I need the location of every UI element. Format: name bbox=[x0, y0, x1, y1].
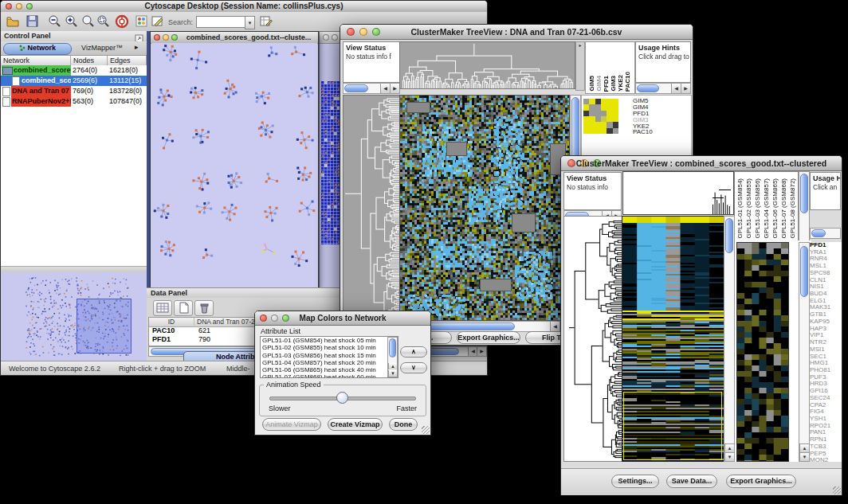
attribute-list[interactable]: GPL51-01 (GSM854) heat shock 05 minGPL51… bbox=[260, 336, 398, 378]
help-lifesaver-icon[interactable] bbox=[115, 14, 129, 29]
search-dropdown-icon[interactable]: ▾ bbox=[245, 16, 255, 29]
scroll-down-icon[interactable]: ▼ bbox=[388, 370, 397, 377]
animate-vizmap-button[interactable]: Animate Vizmap bbox=[262, 418, 321, 431]
attribute-list-item[interactable]: GPL51-03 (GSM856) heat shock 15 min bbox=[261, 352, 398, 359]
attribute-list-item[interactable]: GPL51-01 (GSM854) heat shock 05 min bbox=[261, 337, 398, 344]
gene-label[interactable]: MON2 bbox=[810, 457, 842, 462]
scroll-right-icon[interactable]: ▶ bbox=[681, 84, 690, 93]
scroll-left-icon[interactable]: ◀ bbox=[671, 84, 681, 93]
network-row-combined-scores[interactable]: combined_scores 2764(0) 16218(0) bbox=[1, 65, 147, 76]
matrix-cell bbox=[607, 128, 612, 134]
move-down-button[interactable]: ∨ bbox=[400, 362, 427, 373]
network-view-title: combined_scores_good.txt--cluste... bbox=[179, 33, 318, 41]
zoom-out-icon[interactable] bbox=[48, 14, 62, 29]
array-labels-scrollbar[interactable] bbox=[799, 171, 810, 241]
open-file-icon[interactable] bbox=[6, 14, 20, 29]
usage-hints-scrollbar[interactable]: ◀ ▶ bbox=[635, 83, 691, 94]
network-row-rnapuber[interactable]: RNAPuberNov2+! 563(0) 107847(0) bbox=[1, 96, 147, 107]
dialog-titlebar[interactable]: Map Colors to Network bbox=[255, 311, 430, 326]
export-graphics-button[interactable]: Export Graphics... bbox=[726, 475, 796, 488]
matrix-cell bbox=[613, 128, 618, 134]
expression-heatmap-canvas[interactable] bbox=[622, 216, 724, 462]
network-row-selected[interactable]: combined_sco 2569(6) 13112(15) bbox=[1, 76, 147, 86]
create-vizmap-button[interactable]: Create Vizmap bbox=[328, 418, 383, 431]
speed-slider-thumb[interactable] bbox=[336, 392, 348, 404]
attribute-list-item[interactable]: GPL51-02 (GSM855) heat shock 10 min bbox=[261, 344, 398, 351]
correlation-matrix[interactable] bbox=[583, 99, 618, 134]
matrix-cell bbox=[613, 99, 618, 104]
settings-button[interactable]: Settings... bbox=[611, 475, 659, 488]
export-graphics-button[interactable]: Export Graphics... bbox=[457, 331, 520, 344]
matrix-cell bbox=[583, 122, 589, 127]
attribute-list-item[interactable]: GPL51-06 (GSM865) heat shock 40 min bbox=[261, 366, 398, 373]
minimize-icon[interactable] bbox=[163, 34, 169, 41]
data-col-id[interactable]: ID bbox=[149, 318, 194, 326]
zoom-fit-icon[interactable] bbox=[96, 14, 111, 29]
tab-vizmapper[interactable]: VizMapper™ bbox=[74, 43, 130, 53]
scroll-down-icon[interactable]: ▼ bbox=[799, 452, 809, 461]
pane-divider[interactable]: ▸ bbox=[575, 41, 585, 91]
row-dendrogram-canvas[interactable] bbox=[343, 95, 400, 321]
scroll-left-icon[interactable]: ◀ bbox=[550, 322, 559, 331]
move-up-button[interactable]: ∧ bbox=[400, 346, 427, 357]
attribute-list-item[interactable]: GPL51-04 (GSM857) heat shock 20 min bbox=[261, 359, 398, 366]
heatmap-vscrollbar[interactable]: ▲ ▼ bbox=[724, 216, 735, 462]
matrix-cell bbox=[613, 111, 618, 116]
zoom-selected-icon[interactable] bbox=[81, 14, 96, 29]
network-canvas[interactable] bbox=[151, 43, 317, 287]
column-dendrogram-canvas[interactable] bbox=[399, 41, 575, 89]
zoom-in-icon[interactable] bbox=[65, 14, 79, 29]
resize-grip[interactable] bbox=[833, 486, 841, 494]
done-button[interactable]: Done bbox=[389, 418, 418, 431]
resize-grip[interactable] bbox=[422, 426, 430, 434]
zoom-window-icon[interactable] bbox=[171, 34, 178, 41]
tab-overflow-icon[interactable]: ▸ bbox=[135, 43, 139, 51]
matrix-cell bbox=[583, 99, 589, 104]
usage-hints-text: Click an bbox=[813, 183, 840, 191]
network-view-window: combined_scores_good.txt--cluste... bbox=[150, 31, 319, 289]
zoom-vscrollbar[interactable]: ▲ ▼ bbox=[799, 242, 810, 462]
col-nodes[interactable]: Nodes bbox=[71, 56, 108, 65]
close-icon[interactable] bbox=[323, 34, 329, 41]
birdseye-viewport-rect[interactable] bbox=[77, 299, 132, 354]
gene-list[interactable]: PFD1YRA1RNR4MSL1SPC98CLN1NIS1BUD4ELG1MAK… bbox=[810, 242, 842, 462]
treeview2-titlebar[interactable]: ClusterMaker TreeView : combined_scores_… bbox=[561, 156, 842, 171]
treeview1-titlebar[interactable]: ClusterMaker TreeView : DNA and Tran 07-… bbox=[340, 25, 693, 40]
close-icon[interactable] bbox=[154, 34, 160, 41]
attribute-table-icon[interactable] bbox=[153, 300, 172, 316]
heatmap-canvas[interactable] bbox=[399, 95, 570, 321]
save-data-button[interactable]: Save Data... bbox=[666, 475, 717, 488]
scroll-down-icon[interactable]: ▼ bbox=[724, 452, 734, 461]
status-welcome: Welcome to Cytoscape 2.6.2 bbox=[9, 365, 100, 373]
delete-attribute-icon[interactable] bbox=[194, 300, 214, 316]
save-icon[interactable] bbox=[26, 14, 40, 29]
scroll-up-icon[interactable]: ▲ bbox=[724, 443, 734, 452]
network-row-dna-tran[interactable]: DNA and Tran 07 769(0) 183728(0) bbox=[1, 86, 147, 96]
column-label: YKE2 bbox=[617, 75, 624, 92]
usage-hints-scrollbar[interactable] bbox=[810, 228, 841, 239]
new-attribute-icon[interactable] bbox=[174, 300, 193, 316]
col-network[interactable]: Network bbox=[1, 56, 71, 65]
column-tree-canvas[interactable] bbox=[622, 171, 734, 215]
search-input[interactable] bbox=[196, 16, 245, 28]
minimize-icon[interactable] bbox=[332, 34, 338, 41]
animation-speed-label: Animation Speed bbox=[264, 381, 324, 389]
scroll-up-icon[interactable]: ▲ bbox=[799, 443, 809, 452]
zoomed-heatmap-canvas[interactable] bbox=[736, 242, 789, 462]
table-edit-icon[interactable] bbox=[259, 14, 273, 29]
scroll-up-icon[interactable]: ▲ bbox=[388, 363, 397, 369]
view-status-scrollbar[interactable]: ◀ ▶ bbox=[343, 83, 400, 94]
tab-network[interactable]: Network bbox=[3, 43, 72, 55]
divider-arrow-icon[interactable]: ▸ bbox=[579, 43, 581, 48]
birdseye-view[interactable] bbox=[1, 272, 147, 361]
attribute-list-scrollbar[interactable]: ▲ ▼ bbox=[387, 337, 398, 377]
vizmapper-icon[interactable] bbox=[135, 14, 149, 29]
gene-dendrogram-canvas[interactable] bbox=[563, 216, 622, 462]
main-titlebar[interactable]: Cytoscape Desktop (Session Name: collins… bbox=[1, 1, 487, 13]
annotation-icon[interactable] bbox=[151, 14, 165, 29]
scroll-left-icon[interactable]: ◀ bbox=[380, 84, 390, 93]
attribute-list-item[interactable]: GPL51-07 (GSM868) heat shock 60 min bbox=[261, 373, 398, 378]
col-edges[interactable]: Edges bbox=[108, 56, 147, 65]
scroll-right-icon[interactable]: ▶ bbox=[390, 84, 399, 93]
scroll-right-icon[interactable]: ▶ bbox=[477, 347, 486, 356]
